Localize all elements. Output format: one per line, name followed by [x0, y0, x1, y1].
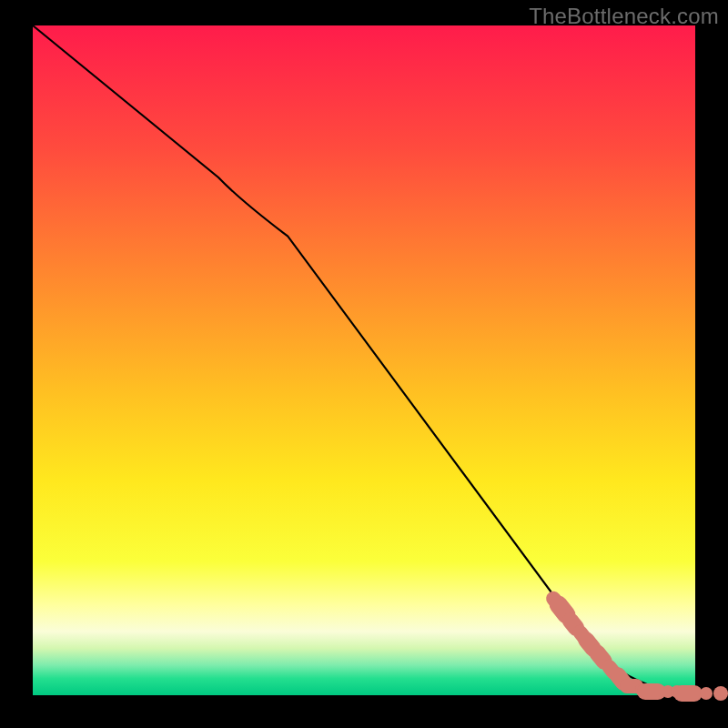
chart-svg — [0, 0, 728, 728]
plot-background — [33, 25, 695, 695]
data-marker — [713, 686, 728, 701]
data-marker — [700, 687, 713, 700]
data-marker — [571, 621, 576, 628]
data-marker — [559, 605, 567, 615]
data-marker — [597, 652, 603, 661]
chart-container: { "watermark": "TheBottleneck.com", "cha… — [0, 0, 728, 728]
watermark-text: TheBottleneck.com — [529, 4, 719, 29]
